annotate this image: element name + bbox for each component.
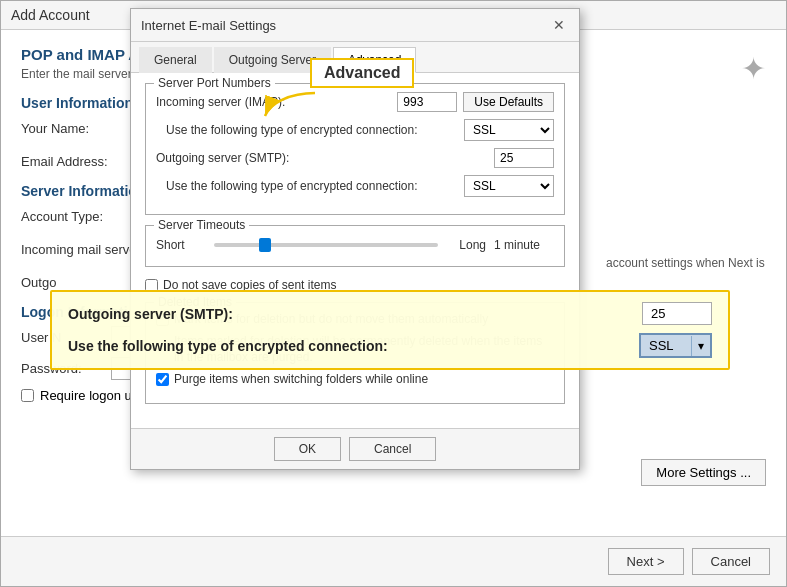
purge-row: Purge items when switching folders while… xyxy=(156,371,554,388)
add-account-title: Add Account xyxy=(11,7,90,23)
dialog-title: Internet E-mail Settings xyxy=(141,18,276,33)
outgoing-port-input[interactable] xyxy=(494,148,554,168)
timeout-slider-track xyxy=(214,243,438,247)
right-text: account settings when Next is xyxy=(606,256,766,270)
timeout-row: Short Long 1 minute xyxy=(156,234,554,256)
outgoing-enc-row: Use the following type of encrypted conn… xyxy=(156,175,554,197)
outgoing-port-row: Outgoing server (SMTP): xyxy=(156,148,554,168)
timeout-slider-thumb[interactable] xyxy=(259,238,271,252)
dialog-footer: OK Cancel xyxy=(131,428,579,469)
incoming-enc-select[interactable]: SSL TLS None xyxy=(464,119,554,141)
server-port-label: Server Port Numbers xyxy=(154,76,275,90)
more-settings-button[interactable]: More Settings ... xyxy=(641,459,766,486)
incoming-enc-label: Use the following type of encrypted conn… xyxy=(166,123,464,137)
outgoing-server-label: Outgoing server (SMTP): xyxy=(156,151,494,165)
ok-button[interactable]: OK xyxy=(274,437,341,461)
bg-cancel-button[interactable]: Cancel xyxy=(692,548,770,575)
highlight-box: Outgoing server (SMTP): Use the followin… xyxy=(50,290,730,370)
server-timeouts-group: Server Timeouts Short Long 1 minute xyxy=(145,225,565,267)
highlight-enc-select-wrap[interactable]: SSL ▾ xyxy=(639,333,712,358)
annotation-label: Advanced xyxy=(310,58,414,88)
highlight-dropdown-arrow[interactable]: ▾ xyxy=(691,336,710,356)
outgoing-enc-label: Use the following type of encrypted conn… xyxy=(166,179,464,193)
use-defaults-button[interactable]: Use Defaults xyxy=(463,92,554,112)
dialog-titlebar: Internet E-mail Settings ✕ xyxy=(131,9,579,42)
incoming-enc-row: Use the following type of encrypted conn… xyxy=(156,119,554,141)
dialog-cancel-button[interactable]: Cancel xyxy=(349,437,436,461)
server-port-numbers-group: Server Port Numbers Incoming server (IMA… xyxy=(145,83,565,215)
annotation-container: Advanced xyxy=(310,58,414,88)
annotation-arrow-svg xyxy=(260,88,320,123)
tab-general[interactable]: General xyxy=(139,47,212,73)
purge-checkbox[interactable] xyxy=(156,373,169,386)
require-logon-checkbox[interactable] xyxy=(21,389,34,402)
highlight-enc-row: Use the following type of encrypted conn… xyxy=(68,333,712,358)
purge-label: Purge items when switching folders while… xyxy=(174,371,428,388)
dialog-close-button[interactable]: ✕ xyxy=(549,15,569,35)
require-logon-label: Require logon u xyxy=(40,388,132,403)
cursor-icon: ✦ xyxy=(741,51,766,86)
highlight-outgoing-label: Outgoing server (SMTP): xyxy=(68,306,642,322)
timeouts-label: Server Timeouts xyxy=(154,218,249,232)
dialog-content: Server Port Numbers Incoming server (IMA… xyxy=(131,73,579,428)
bottom-bar: Next > Cancel xyxy=(1,536,786,586)
highlight-outgoing-input[interactable] xyxy=(642,302,712,325)
incoming-port-row: Incoming server (IMAP): Use Defaults xyxy=(156,92,554,112)
next-button[interactable]: Next > xyxy=(608,548,684,575)
highlight-outgoing-row: Outgoing server (SMTP): xyxy=(68,302,712,325)
incoming-port-input[interactable] xyxy=(397,92,457,112)
short-label: Short xyxy=(156,238,206,252)
long-label: Long xyxy=(446,238,486,252)
timeout-value: 1 minute xyxy=(494,238,554,252)
outgoing-enc-select[interactable]: SSL TLS None xyxy=(464,175,554,197)
highlight-enc-value: SSL xyxy=(641,335,691,356)
highlight-enc-label: Use the following type of encrypted conn… xyxy=(68,338,639,354)
